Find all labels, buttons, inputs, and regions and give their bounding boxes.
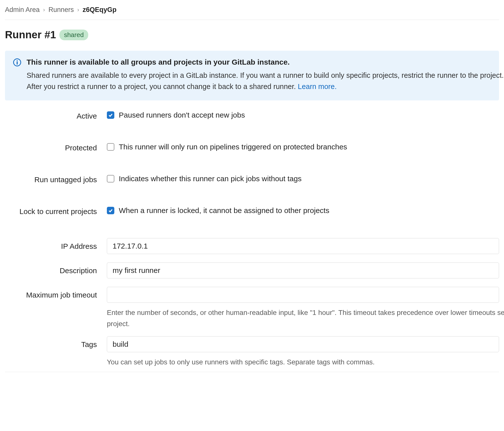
- run-untagged-checkbox-label: Indicates whether this runner can pick j…: [119, 174, 301, 183]
- checkbox-row-protected[interactable]: This runner will only run on pipelines t…: [107, 143, 499, 151]
- timeout-help-line2: project.: [107, 318, 499, 329]
- timeout-input[interactable]: [107, 287, 499, 303]
- row-ip: IP Address: [5, 238, 499, 254]
- lock-checkbox[interactable]: [107, 207, 114, 214]
- row-timeout: Maximum job timeout Enter the number of …: [5, 287, 499, 329]
- row-run-untagged: Run untagged jobs Indicates whether this…: [5, 174, 499, 184]
- lock-checkbox-label: When a runner is locked, it cannot be as…: [119, 206, 329, 215]
- label-description: Description: [5, 262, 107, 275]
- divider: [5, 372, 499, 372]
- run-untagged-checkbox[interactable]: [107, 175, 114, 182]
- row-description: Description: [5, 262, 499, 278]
- breadcrumb-admin-area[interactable]: Admin Area: [5, 6, 40, 14]
- active-checkbox[interactable]: [107, 111, 114, 119]
- tags-input[interactable]: [107, 336, 499, 352]
- alert-title: This runner is available to all groups a…: [27, 58, 491, 66]
- learn-more-link[interactable]: Learn more.: [298, 83, 336, 90]
- page-title: Runner #1: [5, 29, 56, 41]
- breadcrumb: Admin Area › Runners › z6QEqyGp: [5, 5, 499, 20]
- chevron-right-icon: ›: [43, 7, 45, 13]
- chevron-right-icon: ›: [77, 7, 79, 13]
- label-lock: Lock to current projects: [5, 206, 107, 216]
- checkbox-row-lock[interactable]: When a runner is locked, it cannot be as…: [107, 206, 499, 215]
- row-tags: Tags You can set up jobs to only use run…: [5, 336, 499, 367]
- label-tags: Tags: [5, 336, 107, 349]
- breadcrumb-current: z6QEqyGp: [83, 6, 117, 14]
- label-protected: Protected: [5, 143, 107, 152]
- protected-checkbox-label: This runner will only run on pipelines t…: [119, 143, 347, 151]
- alert-text-line1: Shared runners are available to every pr…: [27, 70, 491, 81]
- status-badge: shared: [59, 30, 88, 40]
- alert-text-line2: After you restrict a runner to a project…: [27, 81, 491, 92]
- info-alert: This runner is available to all groups a…: [5, 51, 499, 100]
- ip-address-input[interactable]: [107, 238, 499, 254]
- active-checkbox-label: Paused runners don't accept new jobs: [119, 111, 245, 119]
- breadcrumb-runners[interactable]: Runners: [48, 6, 74, 14]
- checkbox-row-active[interactable]: Paused runners don't accept new jobs: [107, 111, 499, 119]
- protected-checkbox[interactable]: [107, 143, 114, 151]
- timeout-help-line1: Enter the number of seconds, or other hu…: [107, 307, 499, 318]
- alert-body: This runner is available to all groups a…: [27, 58, 491, 92]
- info-icon: [13, 58, 21, 66]
- tags-help: You can set up jobs to only use runners …: [107, 357, 499, 367]
- label-run-untagged: Run untagged jobs: [5, 174, 107, 184]
- checkbox-row-run-untagged[interactable]: Indicates whether this runner can pick j…: [107, 174, 499, 183]
- row-active: Active Paused runners don't accept new j…: [5, 111, 499, 120]
- description-input[interactable]: [107, 262, 499, 278]
- title-row: Runner #1 shared: [5, 20, 499, 51]
- label-timeout: Maximum job timeout: [5, 287, 107, 299]
- alert-text-prefix: After you restrict a runner to a project…: [27, 83, 298, 90]
- row-protected: Protected This runner will only run on p…: [5, 143, 499, 152]
- runner-form: Active Paused runners don't accept new j…: [5, 111, 499, 367]
- label-ip: IP Address: [5, 238, 107, 251]
- row-lock: Lock to current projects When a runner i…: [5, 206, 499, 216]
- label-active: Active: [5, 111, 107, 120]
